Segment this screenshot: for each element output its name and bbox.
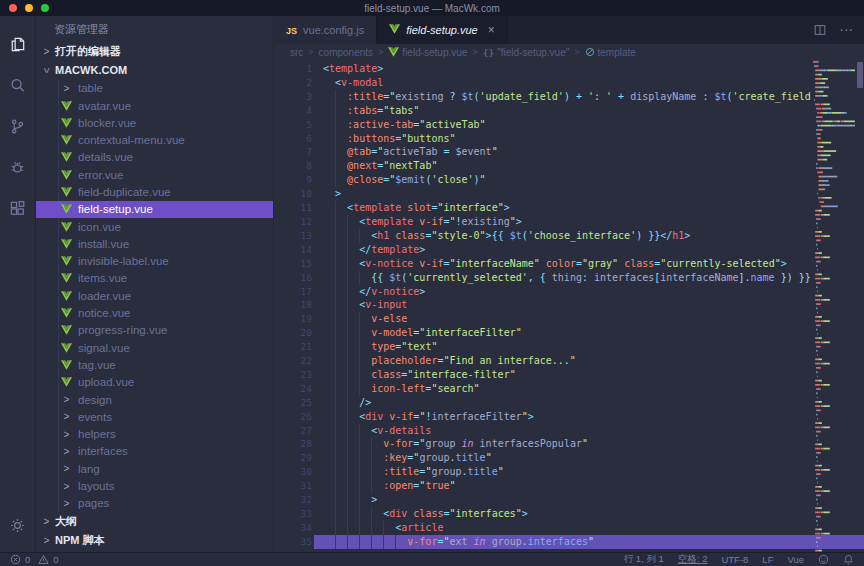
tree-item-loader.vue[interactable]: loader.vue (36, 287, 273, 304)
workspace-section[interactable]: > MACWK.COM (36, 61, 273, 80)
code-editor[interactable]: 1<template>2 <v-modal3 :title="existing … (274, 60, 864, 552)
status-item-1[interactable]: 行 1, 列 1 (624, 553, 664, 566)
status-item-4[interactable]: LF (762, 554, 773, 565)
code-line[interactable]: 6 :buttons="buttons" (274, 132, 812, 146)
tree-item-layouts[interactable]: >layouts (36, 477, 273, 494)
minimap[interactable] (812, 60, 856, 552)
notifications-bell-icon[interactable] (843, 554, 854, 565)
close-window-button[interactable] (9, 4, 17, 12)
tree-item-progress-ring.vue[interactable]: progress-ring.vue (36, 322, 273, 339)
zoom-window-button[interactable] (41, 4, 49, 12)
code-line[interactable]: 9 @close="$emit('close')" (274, 173, 812, 187)
code-line[interactable]: 20 v-model="interfaceFilter" (274, 326, 812, 340)
split-editor-button[interactable] (813, 23, 827, 37)
tree-item-lang[interactable]: >lang (36, 460, 273, 477)
tree-item-install.vue[interactable]: install.vue (36, 235, 273, 252)
tree-item-table[interactable]: >table (36, 80, 273, 97)
code-line[interactable]: 14 </template> (274, 243, 812, 257)
code-line[interactable]: 24 icon-left="search" (274, 382, 812, 396)
status-item-5[interactable]: Vue (787, 554, 804, 565)
breadcrumb-item-5[interactable]: template (585, 47, 636, 58)
code-line[interactable]: 29 :key="group.title" (274, 451, 812, 465)
tree-item-icon.vue[interactable]: icon.vue (36, 218, 273, 235)
feedback-icon[interactable] (818, 554, 829, 565)
extensions-icon[interactable] (0, 188, 36, 229)
tree-item-blocker.vue[interactable]: blocker.vue (36, 114, 273, 131)
source-control-icon[interactable] (0, 106, 36, 147)
chevron-right-icon: > (60, 481, 73, 492)
code-line[interactable]: 31 :open="true" (274, 479, 812, 493)
breadcrumb-item-2[interactable]: components (319, 47, 373, 58)
tree-item-contextual-menu.vue[interactable]: contextual-menu.vue (36, 131, 273, 148)
settings-icon[interactable] (0, 505, 36, 546)
line-number: 27 (274, 424, 312, 438)
tree-item-field-setup.vue[interactable]: field-setup.vue (36, 201, 273, 218)
code-line[interactable]: 26 <div v-if="!interfaceFilter"> (274, 410, 812, 424)
tree-item-error.vue[interactable]: error.vue (36, 166, 273, 183)
code-line[interactable]: 27 <v-details (274, 424, 812, 438)
code-line[interactable]: 35 v-for="ext in group.interfaces" (274, 535, 812, 549)
code-line[interactable]: 8 @next="nextTab" (274, 159, 812, 173)
status-item-2[interactable]: 空格: 2 (678, 553, 708, 566)
breadcrumb-item-4[interactable]: {}"field-setup.vue" (483, 47, 570, 58)
breadcrumb-item-1[interactable]: src (290, 47, 303, 58)
code-line[interactable]: 32 > (274, 493, 812, 507)
problems-status[interactable]: 0 0 (10, 554, 59, 565)
tree-item-details.vue[interactable]: details.vue (36, 149, 273, 166)
open-editors-section[interactable]: > 打开的编辑器 (36, 42, 273, 61)
tree-item-tag.vue[interactable]: tag.vue (36, 356, 273, 373)
code-line[interactable]: 3 :title="existing ? $t('update_field') … (274, 90, 812, 104)
code-line[interactable]: 23 class="interface-filter" (274, 368, 812, 382)
code-line[interactable]: 4 :tabs="tabs" (274, 104, 812, 118)
chevron-down-icon: > (41, 66, 52, 75)
code-line[interactable]: 34 <article (274, 521, 812, 535)
code-line[interactable]: 1<template> (274, 62, 812, 76)
code-line[interactable]: 25 /> (274, 396, 812, 410)
tab-field-setup-vue[interactable]: field-setup.vue× (377, 16, 508, 44)
code-line[interactable]: 15 <v-notice v-if="interfaceName" color=… (274, 257, 812, 271)
tree-item-signal.vue[interactable]: signal.vue (36, 339, 273, 356)
code-line[interactable]: 22 placeholder="Find an interface..." (274, 354, 812, 368)
outline-section[interactable]: > 大纲 (36, 512, 273, 531)
code-line[interactable]: 11 <template slot="interface"> (274, 201, 812, 215)
code-line[interactable]: 7 @tab="activeTab = $event" (274, 145, 812, 159)
code-line[interactable]: 19 v-else (274, 312, 812, 326)
errors-icon (10, 554, 21, 565)
code-line[interactable]: 16 {{ $t('currently_selected', { thing: … (274, 271, 812, 285)
tab-vue-config-js[interactable]: JSvue.config.js (274, 16, 377, 44)
code-line[interactable]: 18 <v-input (274, 298, 812, 312)
code-line[interactable]: 33 <div class="interfaces"> (274, 507, 812, 521)
code-line[interactable]: 21 type="text" (274, 340, 812, 354)
minimize-window-button[interactable] (25, 4, 33, 12)
code-line[interactable]: 13 <h1 class="style-0">{{ $t('choose_int… (274, 229, 812, 243)
npm-scripts-section[interactable]: > NPM 脚本 (36, 531, 273, 550)
code-line[interactable]: 30 :title="group.title" (274, 465, 812, 479)
explorer-icon[interactable] (0, 24, 36, 65)
tree-item-design[interactable]: >design (36, 391, 273, 408)
tree-item-pages[interactable]: >pages (36, 495, 273, 512)
close-tab-icon[interactable]: × (488, 23, 495, 37)
code-line[interactable]: 28 v-for="group in interfacesPopular" (274, 437, 812, 451)
tree-item-upload.vue[interactable]: upload.vue (36, 374, 273, 391)
code-line[interactable]: 2 <v-modal (274, 76, 812, 90)
scrollbar[interactable] (856, 60, 864, 552)
code-line[interactable]: 5 :active-tab="activeTab" (274, 118, 812, 132)
tree-item-items.vue[interactable]: items.vue (36, 270, 273, 287)
tree-item-interfaces[interactable]: >interfaces (36, 443, 273, 460)
code-line[interactable]: 10 > (274, 187, 812, 201)
tree-item-invisible-label.vue[interactable]: invisible-label.vue (36, 253, 273, 270)
tree-item-helpers[interactable]: >helpers (36, 426, 273, 443)
status-item-3[interactable]: UTF-8 (721, 554, 748, 565)
debug-icon[interactable] (0, 147, 36, 188)
tree-item-notice.vue[interactable]: notice.vue (36, 304, 273, 321)
tree-item-field-duplicate.vue[interactable]: field-duplicate.vue (36, 183, 273, 200)
code-line-text: :title="existing ? $t('update_field') + … (323, 90, 812, 104)
scrollbar-thumb[interactable] (857, 62, 863, 88)
code-line[interactable]: 12 <template v-if="!existing"> (274, 215, 812, 229)
breadcrumb-item-3[interactable]: field-setup.vue (388, 47, 467, 58)
search-icon[interactable] (0, 65, 36, 106)
tree-item-avatar.vue[interactable]: avatar.vue (36, 97, 273, 114)
more-actions-button[interactable]: ··· (840, 24, 854, 36)
tree-item-events[interactable]: >events (36, 408, 273, 425)
code-line[interactable]: 17 </v-notice> (274, 285, 812, 299)
